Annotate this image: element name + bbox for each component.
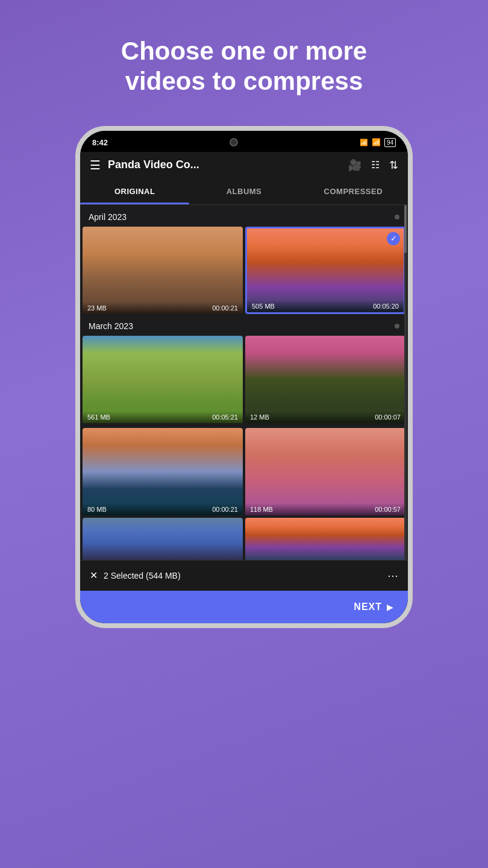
video-size-3: 561 MB	[87, 414, 110, 421]
tab-original[interactable]: ORIGINAL	[80, 178, 189, 204]
section-march-title: March 2023	[89, 321, 133, 331]
video-duration-3: 00:05:21	[212, 414, 238, 421]
selection-bar: ✕ 2 Selected (544 MB) ⋯	[80, 560, 408, 591]
status-time: 8:42	[92, 138, 108, 147]
video-info-6: 118 MB 00:00:57	[245, 503, 405, 515]
video-duration-6: 00:00:57	[375, 506, 401, 513]
top-bar: ☰ Panda Video Co... 🎥 ☷ ⇅	[80, 152, 408, 178]
selection-count-text: 2 Selected (544 MB)	[104, 571, 181, 580]
status-icons: 📶 📶 94	[360, 138, 396, 147]
menu-icon[interactable]: ☰	[90, 158, 101, 172]
next-arrow-icon: ▶	[387, 602, 393, 612]
section-april: April 2023	[80, 205, 408, 227]
tab-bar: ORIGINAL ALBUMS COMPRESSED	[80, 178, 408, 205]
phone-shell: 8:42 📶 📶 94 ☰ Panda Video Co... 🎥 ☷ ⇅ OR…	[75, 126, 413, 628]
video-size-6: 118 MB	[250, 506, 273, 513]
video-thumb-6[interactable]: 118 MB 00:00:57	[245, 428, 405, 515]
video-size-1: 23 MB	[87, 304, 107, 312]
selection-info: ✕ 2 Selected (544 MB)	[90, 570, 181, 581]
tab-albums[interactable]: ALBUMS	[189, 178, 298, 204]
partial-thumb-2[interactable]	[245, 518, 405, 560]
scrollbar-track[interactable]	[404, 205, 407, 560]
video-size-5: 80 MB	[87, 506, 107, 513]
page-headline: Choose one or morevideos to compress	[85, 36, 403, 97]
tab-compressed[interactable]: COMPRESSED	[299, 178, 408, 204]
sort-icon[interactable]: ⇅	[389, 159, 398, 172]
partial-thumb-1[interactable]	[83, 518, 243, 560]
video-duration-2: 00:05:20	[373, 303, 399, 310]
video-size-2: 505 MB	[252, 303, 275, 310]
video-info-4: 12 MB 00:00:07	[245, 411, 405, 423]
top-bar-action-icons: 🎥 ☷ ⇅	[348, 159, 398, 172]
partial-video-row	[80, 518, 408, 560]
clear-selection-icon[interactable]: ✕	[90, 570, 98, 581]
section-april-title: April 2023	[89, 212, 127, 222]
video-thumb-3[interactable]: 561 MB 00:05:21	[83, 336, 243, 423]
video-info-2: 505 MB 00:05:20	[247, 300, 404, 312]
app-title: Panda Video Co...	[108, 159, 341, 171]
video-duration-4: 00:00:07	[375, 414, 401, 421]
section-dot	[395, 215, 399, 219]
battery-icon: 94	[384, 138, 396, 147]
camera-dot	[230, 138, 238, 146]
next-button-label: NEXT	[354, 602, 382, 612]
scrollbar-thumb[interactable]	[404, 205, 407, 253]
video-thumb-1[interactable]: 23 MB 00:00:21	[83, 227, 243, 314]
camera-icon[interactable]: 🎥	[348, 159, 361, 172]
video-thumb-4[interactable]: 12 MB 00:00:07	[245, 336, 405, 423]
sim-icon: 📶	[360, 139, 368, 146]
next-button[interactable]: NEXT ▶	[80, 591, 408, 623]
selected-check-2: ✓	[387, 232, 400, 245]
content-area: April 2023 23 MB 00:00:21 ✓ 505 MB 00:05…	[80, 205, 408, 560]
video-duration-1: 00:00:21	[212, 304, 238, 312]
wifi-icon: 📶	[372, 138, 381, 146]
video-thumb-2[interactable]: ✓ 505 MB 00:05:20	[245, 227, 405, 314]
video-info-5: 80 MB 00:00:21	[83, 503, 243, 515]
video-info-3: 561 MB 00:05:21	[83, 411, 243, 423]
video-duration-5: 00:00:21	[212, 506, 238, 513]
video-thumb-5[interactable]: 80 MB 00:00:21	[83, 428, 243, 515]
section-march: March 2023	[80, 314, 408, 336]
grid-icon[interactable]: ☷	[371, 159, 380, 171]
video-size-4: 12 MB	[250, 414, 269, 421]
status-bar: 8:42 📶 📶 94	[80, 131, 408, 152]
video-info-1: 23 MB 00:00:21	[83, 302, 243, 314]
more-options-icon[interactable]: ⋯	[387, 569, 398, 582]
april-video-grid: 23 MB 00:00:21 ✓ 505 MB 00:05:20	[80, 227, 408, 314]
march-video-grid: 561 MB 00:05:21 12 MB 00:00:07 80 MB 00:…	[80, 336, 408, 515]
section-dot-march	[395, 324, 399, 329]
